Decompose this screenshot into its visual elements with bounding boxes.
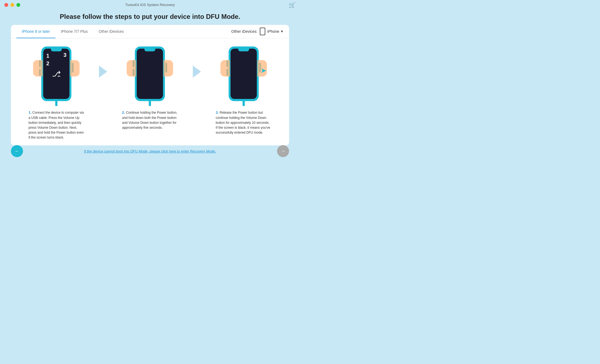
step-2-number: 2.: [122, 110, 125, 115]
phone-body-3: ➤: [229, 46, 259, 101]
phone-notch-2: [144, 49, 155, 51]
other-devices-section: Other iDevices: iPhone ▼: [231, 28, 284, 35]
steps-container: 12 3 ⎇ 1. Connect the device to computer…: [11, 38, 289, 145]
app-title: TunesKit iOS System Recovery: [125, 3, 175, 7]
phone-illustration-1: 12 3 ⎇: [34, 44, 78, 107]
back-button[interactable]: ←: [11, 145, 23, 157]
step-3-text: Release the Power button but continue ho…: [216, 111, 270, 134]
step-1: 12 3 ⎇ 1. Connect the device to computer…: [16, 44, 96, 140]
step-numbers-1: 12: [46, 52, 49, 67]
finger-left-1: [33, 60, 43, 77]
step-2-desc: 2. Continue holding the Power button, an…: [120, 110, 180, 130]
tabs-bar: iPhone 8 or later iPhone 7/7 Plus Other …: [11, 25, 289, 38]
phone-notch-3: [238, 49, 249, 51]
maximize-button[interactable]: [16, 3, 20, 7]
step-number-3-overlay: 3: [63, 52, 66, 58]
other-devices-label: Other iDevices:: [231, 29, 258, 34]
finger-left-3: [220, 60, 230, 77]
next-button[interactable]: →: [277, 145, 289, 157]
step-1-desc: 1. Connect the device to computer via a …: [26, 110, 86, 140]
tab-iphone7[interactable]: iPhone 7/7 Plus: [56, 25, 93, 38]
title-bar: TunesKit iOS System Recovery 🛒: [0, 0, 300, 10]
finger-right-1: [70, 60, 80, 77]
step-3: ➤ 3. Release the Power button but contin…: [204, 44, 284, 135]
recovery-mode-link[interactable]: If the device cannot boot into DFU Mode,…: [84, 149, 216, 153]
phone-cable-3: [243, 101, 245, 106]
step-2: 2. Continue holding the Power button, an…: [110, 44, 190, 130]
device-icon: [260, 28, 265, 35]
arrow-2: [190, 44, 204, 89]
phone-cable-2: [149, 101, 151, 106]
phone-notch-1: [51, 49, 62, 51]
usb-icon: ⎇: [52, 69, 61, 78]
arrow-1: [96, 44, 110, 89]
cart-icon[interactable]: 🛒: [289, 2, 296, 8]
right-arrow-icon: [99, 66, 107, 78]
device-selector-label: iPhone: [267, 29, 279, 34]
device-selector[interactable]: iPhone ▼: [267, 29, 284, 34]
step-3-desc: 3. Release the Power button but continue…: [214, 110, 274, 135]
phone-screen-2: [137, 49, 163, 99]
step-2-text: Continue holding the Power button, and h…: [122, 111, 177, 130]
step-1-text: Connect the device to computer via a USB…: [28, 111, 84, 139]
step-1-number: 1.: [28, 110, 31, 115]
phone-screen-3: [231, 49, 257, 99]
window-controls: [4, 3, 20, 7]
close-button[interactable]: [4, 3, 8, 7]
phone-illustration-2: [128, 44, 172, 107]
exit-arrow-icon: ➤: [261, 67, 266, 74]
finger-right-2: [164, 60, 173, 77]
step-3-number: 3.: [216, 110, 219, 115]
chevron-down-icon: ▼: [280, 30, 284, 33]
phone-illustration-3: ➤: [222, 44, 266, 107]
tab-other[interactable]: Other iDevices: [93, 25, 129, 38]
phone-body-1: 12 3 ⎇: [41, 46, 71, 101]
phone-body-2: [135, 46, 165, 101]
content-card: iPhone 8 or later iPhone 7/7 Plus Other …: [11, 25, 289, 145]
right-arrow-icon-2: [193, 66, 201, 78]
bottom-bar: ← If the device cannot boot into DFU Mod…: [0, 145, 300, 157]
minimize-button[interactable]: [10, 3, 14, 7]
finger-left-2: [127, 60, 136, 77]
tab-iphone8[interactable]: iPhone 8 or later: [16, 25, 56, 38]
page-heading: Please follow the steps to put your devi…: [0, 10, 300, 25]
phone-cable-1: [55, 101, 57, 106]
